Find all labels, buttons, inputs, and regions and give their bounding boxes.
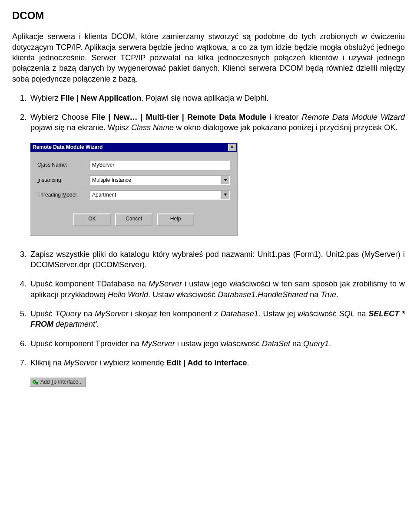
step-5: 5. Upuść TQuery na MyServer i skojaż ten… [12,309,405,330]
step-number: 2. [20,112,26,122]
ok-button[interactable]: OK [73,213,111,226]
threading-dropdown[interactable]: Apartment [89,190,230,200]
classname-label: Class Name: [37,161,89,168]
help-button[interactable]: Help [157,213,194,226]
step-1: 1. Wybierz File | New Application. Pojaw… [12,93,405,103]
add-to-interface-button[interactable]: Add To Interface... [30,377,86,387]
step2-e: pojawi się na ekranie. Wpisz [30,123,131,132]
step1-bold: File | New Application [61,94,141,102]
threading-label: Threading Model: [37,191,89,198]
remote-data-module-wizard-dialog: Remote Data Module Wizard × Class Name: … [30,142,238,236]
step-3: 3. Zapisz wszystkie pliki do katalogu kt… [12,249,405,270]
step-6: 6. Upuść komponent Tprovider na MyServer… [12,338,405,349]
add-interface-icon [32,379,38,385]
cancel-button[interactable]: Cancel [115,213,152,226]
step1-text-post: . Pojawi się nowa aplikacja w Delphi. [141,94,268,102]
step2-a: Wybierz Choose [30,113,92,122]
step-number: 1. [20,93,26,103]
step3-text: Zapisz wszystkie pliki do katalogu który… [30,250,405,269]
step2-f: Class Name [131,123,174,132]
step-number: 3. [20,249,26,259]
close-icon[interactable]: × [228,144,236,151]
step-number: 6. [20,338,26,349]
chevron-down-icon[interactable] [221,175,230,185]
step-number: 5. [20,309,26,319]
step-number: 4. [20,279,26,289]
step-4: 4. Upuść komponent TDatabase na MyServer… [12,279,405,300]
step-number: 7. [20,358,26,368]
dialog-title: Remote Data Module Wizard [32,144,103,151]
step2-d: Remote Data Module Wizard [302,113,405,122]
step2-c: i kreator [266,113,301,122]
step1-text-pre: Wybierz [30,94,61,102]
step-7: 7. Kliknij na MyServer i wybierz komendę… [12,358,405,368]
classname-input[interactable]: MyServer [89,160,230,170]
step-2: 2. Wybierz Choose File | New… | Multi-ti… [12,112,405,133]
step2-b: File | New… | Multi-tier | Remote Data M… [92,113,266,122]
page-title: DCOM [12,9,405,23]
intro-paragraph: Aplikacje serwera i klienta DCOM, które … [12,31,405,84]
step2-g: w okno dialogowe jak pokazano poniżej i … [174,123,397,132]
instancing-dropdown[interactable]: Multiple Instance [89,175,230,185]
chevron-down-icon[interactable] [221,190,230,200]
dialog-titlebar: Remote Data Module Wizard × [30,143,237,152]
instancing-label: Instancing: [37,177,89,184]
